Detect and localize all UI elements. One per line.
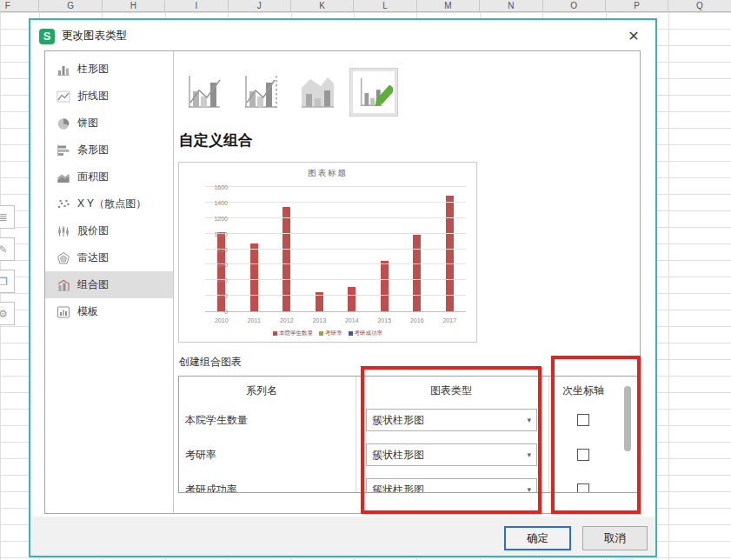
bar-slot <box>401 187 434 311</box>
y-axis-tick-label: 1400 <box>210 199 228 205</box>
chart-type-dropdown[interactable]: 簇状柱形图 ▾ <box>366 478 537 493</box>
subtype-clustered-column-line[interactable] <box>180 68 229 117</box>
y-axis-tick-label: 1600 <box>210 184 228 190</box>
column-header-cell[interactable]: H <box>103 0 165 12</box>
radar-chart-icon <box>56 251 70 265</box>
chart-preview: 图表标题 02004006008001000120014001600 20102… <box>178 162 477 343</box>
header-secondary-axis: 次坐标轴 <box>562 383 604 398</box>
ok-button[interactable]: 确定 <box>504 526 571 550</box>
bar <box>217 232 225 311</box>
column-header-cell[interactable]: J <box>229 0 291 12</box>
gear-icon[interactable]: ⚙ <box>0 302 15 325</box>
column-header-cell[interactable]: P <box>606 0 668 12</box>
y-gridline <box>205 233 466 234</box>
secondary-axis-checkbox[interactable] <box>577 449 589 461</box>
table-scrollbar-thumb[interactable] <box>624 386 631 451</box>
column-header-cell[interactable]: F <box>0 0 39 12</box>
column-header-cell[interactable]: K <box>291 0 354 12</box>
pie-chart-icon <box>56 117 70 130</box>
plot-area: 02004006008001000120014001600 <box>205 187 466 312</box>
table-row: 考研成功率 簇状柱形图 ▾ <box>179 472 639 493</box>
sidebar-item-template[interactable]: 模板 <box>45 298 173 325</box>
subtype-stacked-area-column[interactable] <box>293 68 342 117</box>
legend-swatch <box>319 331 323 336</box>
sidebar-item-label: 面积图 <box>77 170 109 184</box>
bar <box>381 261 389 311</box>
bar <box>348 287 356 311</box>
link-icon[interactable]: ❐ <box>0 270 15 293</box>
y-axis-tick-label: 400 <box>210 277 228 283</box>
chevron-down-icon: ▾ <box>527 485 531 493</box>
subtype-clustered-column-line-secondary[interactable] <box>236 68 285 117</box>
sidebar-item-label: 柱形图 <box>77 62 109 77</box>
bar <box>250 243 258 311</box>
chart-type-sidebar: 柱形图 折线图 饼图 条形图 面积图 <box>45 51 174 513</box>
legend-label: 考研率 <box>325 330 342 337</box>
sidebar-item-line-chart[interactable]: 折线图 <box>45 83 173 110</box>
chart-type-dropdown[interactable]: 簇状柱形图 ▾ <box>366 443 537 466</box>
sidebar-item-label: 折线图 <box>77 89 109 103</box>
combo-content: 自定义组合 图表标题 02004006008001000120014001600… <box>175 51 640 513</box>
series-name: 考研成功率 <box>185 472 237 493</box>
legend-label: 本院学生数量 <box>279 330 313 337</box>
sidebar-item-combo-chart[interactable]: 组合图 <box>45 271 173 298</box>
combo-series-table: 系列名 图表类型 次坐标轴 本院学生数量 簇状柱形图 ▾ 考研率 <box>178 376 640 493</box>
x-axis-tick-label: 2012 <box>270 317 303 323</box>
column-header-cell[interactable]: G <box>39 0 102 12</box>
column-header-bar: FGHIJKLMNOPQ <box>0 0 731 12</box>
change-chart-type-dialog: S 更改图表类型 ✕ 柱形图 折线图 饼图 <box>29 18 657 557</box>
y-gridline <box>205 249 466 250</box>
sidebar-item-pie-chart[interactable]: 饼图 <box>45 110 173 137</box>
bar-slot <box>369 187 402 311</box>
header-chart-type: 图表类型 <box>430 383 472 398</box>
y-axis-tick-label: 600 <box>210 262 228 268</box>
cancel-button[interactable]: 取消 <box>582 526 648 550</box>
y-axis-tick-label: 1000 <box>210 230 228 237</box>
secondary-axis-checkbox[interactable] <box>577 483 589 493</box>
sidebar-item-bar-chart[interactable]: 条形图 <box>45 137 173 163</box>
x-axis-tick-label: 2014 <box>336 317 369 323</box>
sidebar-item-label: 股价图 <box>77 223 109 238</box>
column-header-cell[interactable]: Q <box>668 0 731 12</box>
stacked-area-column-icon <box>297 72 337 112</box>
series-name: 考研率 <box>185 437 216 472</box>
clustered-column-line-secondary-icon <box>241 72 281 112</box>
secondary-axis-checkbox[interactable] <box>577 414 589 426</box>
bar-slot <box>238 187 271 311</box>
area-chart-icon <box>56 170 70 184</box>
bar <box>446 196 454 311</box>
column-header-cell[interactable]: I <box>165 0 228 12</box>
column-header-cell[interactable]: L <box>354 0 416 12</box>
column-header-cell[interactable]: M <box>417 0 480 12</box>
y-gridline <box>205 217 466 218</box>
chart-title: 图表标题 <box>179 168 476 179</box>
close-icon[interactable]: ✕ <box>624 27 643 46</box>
series-name: 本院学生数量 <box>185 403 248 437</box>
y-gridline <box>205 279 466 280</box>
sidebar-item-column-chart[interactable]: 柱形图 <box>45 56 173 83</box>
x-axis-labels: 20102011201220132014201520162017 <box>205 317 466 323</box>
table-row: 本院学生数量 簇状柱形图 ▾ <box>179 403 639 437</box>
sidebar-item-radar-chart[interactable]: 雷达图 <box>45 244 173 271</box>
sidebar-item-stock-chart[interactable]: 股价图 <box>45 217 173 244</box>
y-gridline <box>205 263 466 264</box>
y-axis-tick-label: 1200 <box>210 215 228 221</box>
x-axis-tick-label: 2010 <box>205 317 238 323</box>
column-header-cell[interactable]: N <box>480 0 542 12</box>
list-icon[interactable]: ≣ <box>0 205 15 229</box>
dialog-footer: 确定 取消 <box>30 517 655 556</box>
column-header-cell[interactable]: O <box>543 0 606 12</box>
pen-icon[interactable]: ✎ <box>0 237 15 261</box>
clustered-column-line-icon <box>184 72 224 112</box>
column-headers: FGHIJKLMNOPQ <box>0 0 731 12</box>
x-axis-tick-label: 2013 <box>303 317 336 323</box>
sidebar-item-scatter-chart[interactable]: X Y（散点图） <box>45 190 173 217</box>
y-gridline <box>205 202 466 203</box>
x-axis-tick-label: 2011 <box>238 317 271 323</box>
legend-swatch <box>349 331 353 336</box>
sidebar-item-area-chart[interactable]: 面积图 <box>45 163 173 190</box>
subtype-custom-combination[interactable] <box>349 68 398 117</box>
chart-type-dropdown[interactable]: 簇状柱形图 ▾ <box>366 409 537 431</box>
y-gridline <box>205 295 466 296</box>
bar <box>413 235 421 311</box>
